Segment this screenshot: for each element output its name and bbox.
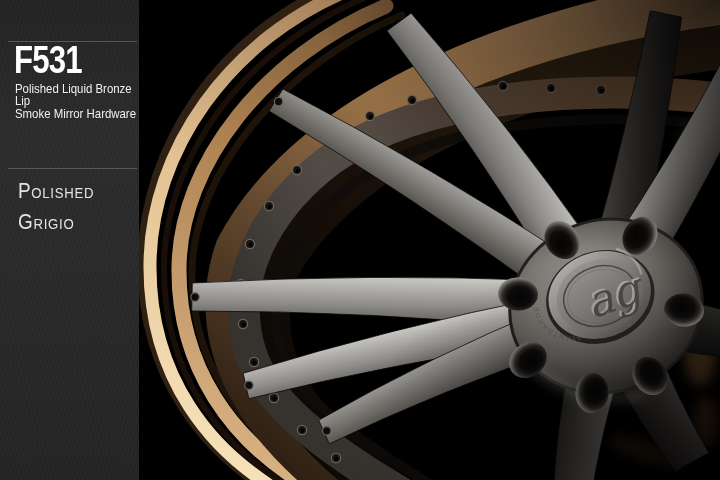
product-card: ag ag AVANTGARDE F531 Polished Liquid Br…	[0, 0, 720, 480]
colorway-word-grigio: GRIGIO	[18, 207, 94, 238]
colorway-label: POLISHED GRIGIO	[18, 176, 94, 238]
colorway-word-polished: POLISHED	[18, 176, 94, 207]
finish-line: Lip	[15, 95, 136, 107]
colorway-rest: RIGIO	[33, 215, 74, 232]
colorway-initial: G	[18, 210, 33, 234]
finish-line: Smoke Mirror Hardware	[15, 108, 136, 120]
divider-colorway	[8, 168, 137, 169]
colorway-rest: OLISHED	[31, 184, 94, 201]
model-title: F531	[14, 41, 82, 79]
finish-line: Polished Liquid Bronze	[15, 83, 136, 95]
finish-description: Polished Liquid Bronze Lip Smoke Mirror …	[15, 83, 136, 120]
info-panel: F531 Polished Liquid Bronze Lip Smoke Mi…	[0, 0, 139, 480]
colorway-initial: P	[18, 179, 31, 203]
